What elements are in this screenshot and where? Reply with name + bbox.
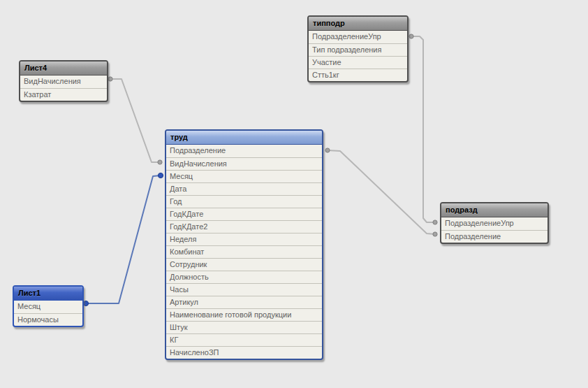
field-row-ВидНачисления[interactable]: ВидНачисления — [20, 76, 107, 88]
field-row-ГодКДате2[interactable]: ГодКДате2 — [166, 220, 322, 233]
connector-endpoint-dot — [158, 160, 162, 164]
field-row-Подразделение[interactable]: Подразделение — [166, 145, 322, 157]
connector-труд-подразд — [328, 150, 435, 234]
field-row-ГодКДате[interactable]: ГодКДате — [166, 208, 322, 220]
field-row-ПодразделениеУпр[interactable]: ПодразделениеУпр — [441, 217, 547, 230]
table-title-Лист4[interactable]: Лист4 — [20, 62, 107, 76]
connector-endpoint-dot — [409, 34, 413, 38]
table-field-list: ВидНачисленияКзатрат — [20, 76, 107, 101]
table-field-list: ПодразделениеУпрПодразделение — [441, 217, 547, 243]
connector-типподр-подразд — [411, 36, 435, 222]
table-Лист1[interactable]: Лист1МесяцНормочасы — [13, 285, 84, 327]
connector-endpoint-dot — [433, 232, 437, 236]
field-row-Артикул[interactable]: Артикул — [166, 296, 322, 308]
table-подразд[interactable]: подраздПодразделениеУпрПодразделение — [440, 202, 549, 244]
field-row-Месяц[interactable]: Месяц — [14, 301, 82, 313]
connector-endpoint-dot — [158, 173, 163, 178]
field-row-Часы[interactable]: Часы — [166, 283, 322, 296]
connector-endpoint-dot — [325, 148, 330, 152]
field-row-Участие[interactable]: Участие — [309, 56, 407, 69]
connector-endpoint-dot — [108, 77, 112, 81]
table-типподр[interactable]: типподрПодразделениеУпрТип подразделения… — [307, 15, 409, 82]
table-field-list: ПодразделениеВидНачисленияМесяцДатаГодГо… — [166, 145, 322, 359]
field-row-Сотрудник[interactable]: Сотрудник — [166, 258, 322, 271]
field-row-Подразделение[interactable]: Подразделение — [441, 230, 547, 243]
field-row-Кзатрат[interactable]: Кзатрат — [20, 88, 107, 101]
table-field-list: МесяцНормочасы — [14, 301, 82, 326]
connector-endpoint-dot — [83, 301, 88, 306]
field-row-Тип подразделения[interactable]: Тип подразделения — [309, 43, 407, 56]
model-diagram: Лист4ВидНачисленияКзатраттипподрПодразде… — [0, 0, 588, 388]
connector-Лист1-труд — [86, 175, 161, 303]
field-row-Нормочасы[interactable]: Нормочасы — [14, 313, 82, 326]
table-труд[interactable]: трудПодразделениеВидНачисленияМесяцДатаГ… — [165, 129, 323, 360]
table-title-Лист1[interactable]: Лист1 — [14, 287, 82, 301]
field-row-Должность[interactable]: Должность — [166, 271, 322, 283]
connector-Лист4-труд — [110, 79, 160, 162]
table-Лист4[interactable]: Лист4ВидНачисленияКзатрат — [19, 60, 108, 102]
field-row-Дата[interactable]: Дата — [166, 182, 322, 195]
field-row-Стть1кг[interactable]: Стть1кг — [309, 69, 407, 81]
table-title-типподр[interactable]: типподр — [309, 17, 407, 31]
table-title-труд[interactable]: труд — [166, 131, 322, 145]
field-row-ПодразделениеУпр[interactable]: ПодразделениеУпр — [309, 31, 407, 43]
field-row-Месяц[interactable]: Месяц — [166, 170, 322, 182]
field-row-НачисленоЗП[interactable]: НачисленоЗП — [166, 346, 322, 359]
field-row-Штук[interactable]: Штук — [166, 321, 322, 333]
field-row-Комбинат[interactable]: Комбинат — [166, 245, 322, 258]
field-row-Год[interactable]: Год — [166, 195, 322, 208]
field-row-Наименование готовой продукции[interactable]: Наименование готовой продукции — [166, 308, 322, 321]
connector-endpoint-dot — [433, 220, 437, 224]
field-row-КГ[interactable]: КГ — [166, 333, 322, 346]
table-title-подразд[interactable]: подразд — [441, 203, 547, 217]
field-row-Неделя[interactable]: Неделя — [166, 233, 322, 245]
field-row-ВидНачисления[interactable]: ВидНачисления — [166, 157, 322, 170]
table-field-list: ПодразделениеУпрТип подразделенияУчастие… — [309, 31, 407, 81]
